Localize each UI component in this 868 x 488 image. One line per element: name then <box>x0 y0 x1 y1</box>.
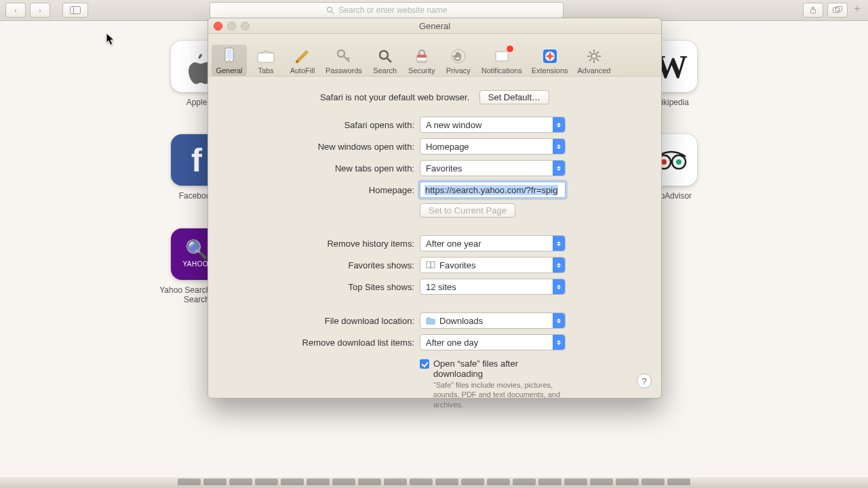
popup-top-sites[interactable]: 12 sites <box>420 279 566 295</box>
svg-line-34 <box>597 52 599 54</box>
tab-extensions[interactable]: Extensions <box>528 45 572 76</box>
tab-search[interactable]: Search <box>368 45 403 76</box>
label-favorites-shows: Favorites shows: <box>223 260 420 270</box>
dock[interactable] <box>0 477 868 488</box>
back-button[interactable]: ‹ <box>5 3 26 18</box>
svg-rect-15 <box>258 53 274 62</box>
default-browser-message: Safari is not your default web browser. <box>320 92 469 102</box>
titlebar[interactable]: General <box>208 18 661 34</box>
share-button[interactable] <box>803 3 823 18</box>
general-icon <box>220 47 239 66</box>
tab-advanced[interactable]: Advanced <box>574 45 615 76</box>
label-homepage: Homepage: <box>223 185 420 195</box>
svg-point-11 <box>676 159 682 165</box>
label-opens-with: Safari opens with: <box>223 120 420 130</box>
popup-opens-with[interactable]: A new window <box>420 117 566 133</box>
svg-rect-20 <box>417 55 427 58</box>
svg-line-33 <box>589 59 591 61</box>
help-button[interactable]: ? <box>637 373 652 388</box>
svg-rect-21 <box>417 58 427 60</box>
svg-point-14 <box>229 60 230 61</box>
label-new-windows: New windows open with: <box>223 142 420 152</box>
svg-line-31 <box>589 52 591 54</box>
tab-security[interactable]: Security <box>404 45 439 76</box>
homepage-field[interactable]: https://search.yahoo.com/?fr=spig <box>420 182 566 198</box>
gear-icon <box>585 47 604 66</box>
label-remove-downloads: Remove download list items: <box>223 338 420 348</box>
preferences-window: General General Tabs AutoFill Passwords … <box>208 18 662 399</box>
popup-download-location[interactable]: Downloads <box>420 312 566 329</box>
tab-passwords[interactable]: Passwords <box>321 45 366 76</box>
url-bar[interactable]: Search or enter website name <box>210 2 564 18</box>
svg-point-26 <box>591 54 597 59</box>
open-safe-label: Open “safe” files after downloading <box>433 359 566 379</box>
svg-rect-0 <box>71 7 81 14</box>
popup-remove-downloads[interactable]: After one day <box>420 334 566 350</box>
zoom-window-button[interactable] <box>241 22 250 30</box>
svg-point-10 <box>661 159 667 165</box>
svg-rect-13 <box>226 49 232 59</box>
set-default-button[interactable]: Set Default… <box>479 90 549 104</box>
autofill-icon <box>293 47 312 66</box>
tab-general[interactable]: General <box>212 45 247 76</box>
tabs-icon <box>256 47 275 66</box>
search-icon <box>326 6 334 14</box>
set-current-page-button[interactable]: Set to Current Page <box>420 203 515 218</box>
label-download-location: File download location: <box>223 316 420 326</box>
book-icon <box>426 261 435 269</box>
svg-point-17 <box>380 51 388 59</box>
label-new-tabs: New tabs open with: <box>223 163 420 174</box>
notifications-icon <box>492 47 511 66</box>
popup-new-tabs[interactable]: Favorites <box>420 160 566 176</box>
new-tab-button[interactable]: + <box>852 3 863 18</box>
close-window-button[interactable] <box>214 22 222 30</box>
popup-favorites-shows[interactable]: Favorites <box>420 257 566 273</box>
tab-autofill[interactable]: AutoFill <box>285 45 320 76</box>
svg-point-2 <box>328 7 332 12</box>
pref-tabbar: General Tabs AutoFill Passwords Search S… <box>208 34 661 77</box>
label-remove-history: Remove history items: <box>223 239 420 249</box>
folder-icon <box>426 317 435 325</box>
tab-tabs[interactable]: Tabs <box>248 45 283 76</box>
popup-new-windows[interactable]: Homepage <box>420 138 566 155</box>
key-icon <box>334 47 353 66</box>
svg-line-3 <box>332 12 334 14</box>
svg-rect-23 <box>496 52 508 61</box>
hand-icon <box>449 47 468 66</box>
notifications-badge <box>506 45 514 53</box>
tabs-button[interactable] <box>827 3 848 18</box>
popup-remove-history[interactable]: After one year <box>420 235 566 251</box>
search-icon <box>376 47 395 66</box>
window-title: General <box>208 21 661 31</box>
svg-line-18 <box>387 58 391 62</box>
svg-line-32 <box>597 59 599 61</box>
open-safe-checkbox[interactable] <box>420 359 429 369</box>
tab-privacy[interactable]: Privacy <box>441 45 476 76</box>
sidebar-button[interactable] <box>62 3 88 18</box>
compass-icon <box>540 47 559 66</box>
url-placeholder: Search or enter website name <box>338 5 447 15</box>
open-safe-hint: “Safe” files include movies, pictures, s… <box>433 380 566 409</box>
forward-button[interactable]: › <box>30 3 50 18</box>
label-top-sites: Top Sites shows: <box>223 282 420 292</box>
lock-icon <box>412 47 431 66</box>
tab-notifications[interactable]: Notifications <box>477 45 526 76</box>
minimize-window-button[interactable] <box>227 22 236 30</box>
